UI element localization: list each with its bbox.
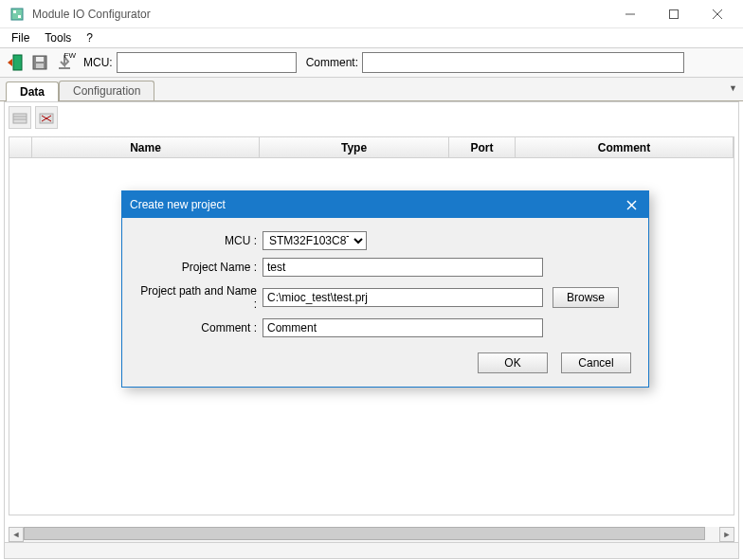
svg-rect-11	[36, 63, 44, 68]
window-title: Module IO Configurator	[30, 8, 151, 21]
dialog-comment-input[interactable]	[263, 318, 543, 337]
dialog-row-name: Project Name :	[139, 258, 631, 277]
mcu-label: MCU:	[83, 56, 113, 69]
svg-rect-2	[18, 15, 21, 18]
dialog-path-label: Project path and Name :	[139, 284, 263, 311]
dialog-body: MCU : STM32F103C8T6 Project Name : Proje…	[122, 218, 648, 387]
svg-rect-7	[13, 55, 22, 70]
header-port[interactable]: Port	[449, 137, 516, 157]
scroll-left-icon[interactable]: ◄	[9, 527, 24, 542]
download-fw-icon[interactable]: FW	[53, 51, 76, 74]
delete-row-icon[interactable]	[35, 106, 58, 129]
menubar: File Tools ?	[0, 28, 743, 47]
tab-data[interactable]: Data	[6, 81, 59, 101]
header-name[interactable]: Name	[32, 137, 260, 157]
dialog-name-input[interactable]	[263, 258, 543, 277]
svg-rect-1	[13, 10, 16, 13]
header-comment[interactable]: Comment	[516, 137, 734, 157]
dialog-row-comment: Comment :	[139, 318, 631, 337]
svg-rect-0	[11, 9, 23, 20]
header-type[interactable]: Type	[260, 137, 449, 157]
mcu-input[interactable]	[117, 52, 297, 73]
svg-rect-14	[13, 114, 27, 123]
minimize-button[interactable]	[608, 0, 652, 28]
comment-label: Comment:	[306, 56, 358, 69]
add-row-icon[interactable]	[9, 106, 31, 129]
menu-help[interactable]: ?	[79, 29, 100, 46]
titlebar: Module IO Configurator	[0, 0, 743, 28]
browse-button[interactable]: Browse	[553, 287, 619, 308]
cancel-button[interactable]: Cancel	[561, 352, 631, 373]
scroll-thumb[interactable]	[24, 527, 705, 540]
ok-button[interactable]: OK	[478, 352, 548, 373]
dialog-comment-label: Comment :	[139, 321, 263, 334]
row-selector-header[interactable]	[9, 137, 32, 157]
table-header: Name Type Port Comment	[9, 137, 734, 158]
fw-badge: FW	[64, 51, 76, 60]
dialog-mcu-label: MCU :	[139, 234, 263, 247]
statusbar	[4, 542, 739, 559]
svg-marker-8	[8, 59, 12, 66]
comment-input[interactable]	[362, 52, 684, 73]
dialog-title: Create new project	[130, 198, 622, 211]
horizontal-scrollbar[interactable]: ◄ ►	[9, 527, 734, 542]
dialog-titlebar[interactable]: Create new project	[122, 191, 648, 218]
tab-configuration[interactable]: Configuration	[59, 81, 154, 100]
svg-rect-4	[670, 9, 679, 18]
app-icon	[9, 7, 25, 22]
maximize-button[interactable]	[652, 0, 696, 28]
menu-tools[interactable]: Tools	[37, 29, 79, 46]
svg-rect-10	[36, 57, 44, 62]
save-icon[interactable]	[28, 51, 51, 74]
tab-row: Data Configuration ▼	[0, 78, 743, 101]
close-button[interactable]	[696, 0, 739, 28]
dialog-path-input[interactable]	[263, 288, 543, 307]
dialog-name-label: Project Name :	[139, 261, 263, 274]
tab-overflow-icon[interactable]: ▼	[729, 83, 737, 93]
dialog-button-row: OK Cancel	[139, 345, 631, 377]
create-project-dialog: Create new project MCU : STM32F103C8T6 P…	[121, 190, 649, 388]
dialog-row-path: Project path and Name : Browse	[139, 284, 631, 311]
dialog-mcu-select[interactable]: STM32F103C8T6	[263, 231, 367, 250]
dialog-row-mcu: MCU : STM32F103C8T6	[139, 231, 631, 250]
inner-toolbar	[5, 102, 738, 133]
scroll-track[interactable]	[24, 527, 719, 542]
dialog-close-button[interactable]	[622, 195, 641, 214]
menu-file[interactable]: File	[4, 29, 37, 46]
scroll-right-icon[interactable]: ►	[719, 527, 734, 542]
exit-icon[interactable]	[4, 51, 27, 74]
toolbar: FW MCU: Comment:	[0, 47, 743, 78]
